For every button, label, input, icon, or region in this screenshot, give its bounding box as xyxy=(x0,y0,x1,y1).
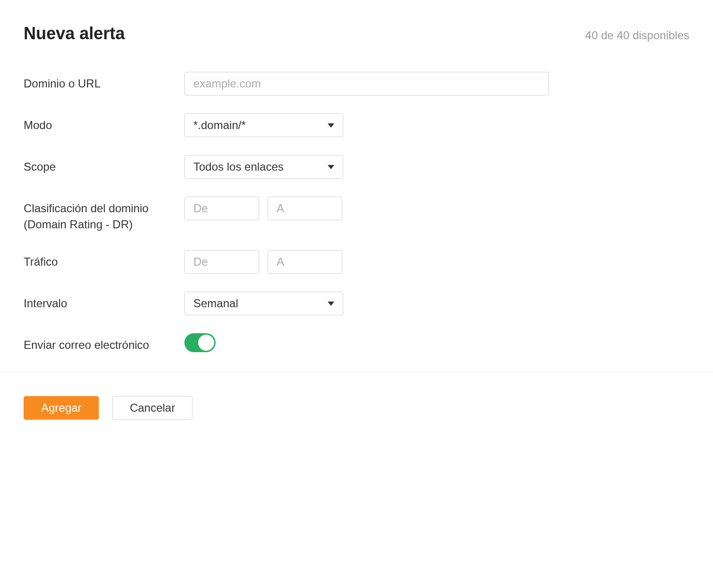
row-traffic: Tráfico xyxy=(24,250,689,274)
scope-select[interactable]: Todos los enlaces xyxy=(184,155,343,179)
mode-select-value: *.domain/* xyxy=(193,119,246,132)
label-interval: Intervalo xyxy=(24,292,184,311)
dialog-header: Nueva alerta 40 de 40 disponibles xyxy=(24,24,689,43)
label-mode: Modo xyxy=(24,113,184,133)
caret-down-icon xyxy=(328,302,334,306)
label-domain: Dominio o URL xyxy=(24,72,184,92)
add-button[interactable]: Agregar xyxy=(24,396,99,420)
dialog-title: Nueva alerta xyxy=(24,24,125,43)
cancel-button[interactable]: Cancelar xyxy=(112,396,192,420)
row-scope: Scope Todos los enlaces xyxy=(24,155,689,179)
label-domain-rating: Clasificación del dominio (Domain Rating… xyxy=(24,197,184,232)
traffic-to-input[interactable] xyxy=(268,250,342,274)
row-send-email: Enviar correo electrónico xyxy=(24,333,689,353)
label-scope: Scope xyxy=(24,155,184,175)
row-domain: Dominio o URL xyxy=(24,72,689,95)
send-email-toggle[interactable] xyxy=(184,333,216,352)
label-traffic: Tráfico xyxy=(24,250,184,270)
alert-form: Dominio o URL Modo *.domain/* Scope Todo… xyxy=(24,72,689,353)
interval-select-value: Semanal xyxy=(193,297,238,310)
actions-bar: Agregar Cancelar xyxy=(0,372,713,420)
row-interval: Intervalo Semanal xyxy=(24,292,689,315)
domain-rating-to-input[interactable] xyxy=(268,197,342,220)
traffic-range xyxy=(184,250,689,274)
caret-down-icon xyxy=(328,165,334,169)
domain-rating-range xyxy=(184,197,689,220)
label-send-email: Enviar correo electrónico xyxy=(24,333,184,353)
scope-select-value: Todos los enlaces xyxy=(193,160,284,173)
domain-input[interactable] xyxy=(184,72,548,95)
domain-rating-from-input[interactable] xyxy=(184,197,259,220)
row-domain-rating: Clasificación del dominio (Domain Rating… xyxy=(24,197,689,232)
toggle-knob xyxy=(198,335,214,351)
traffic-from-input[interactable] xyxy=(184,250,259,274)
row-mode: Modo *.domain/* xyxy=(24,113,689,137)
availability-text: 40 de 40 disponibles xyxy=(585,29,689,42)
caret-down-icon xyxy=(328,123,334,128)
interval-select[interactable]: Semanal xyxy=(184,292,343,315)
mode-select[interactable]: *.domain/* xyxy=(184,113,343,137)
